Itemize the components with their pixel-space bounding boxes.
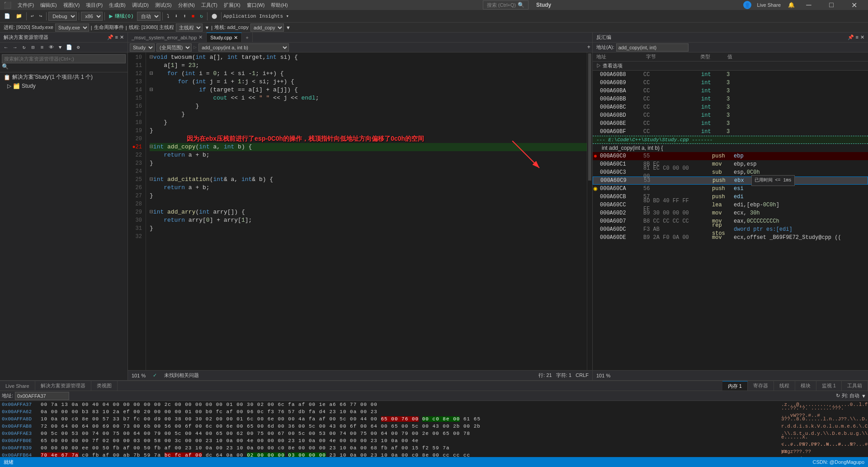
sol-forward-btn[interactable]: → (11, 43, 19, 52)
tab-msvc[interactable]: _msvc_system_error_abi.hpp ✕ (128, 33, 207, 42)
menu-extensions[interactable]: 扩展(X) (221, 1, 243, 10)
memory-col-dropdown[interactable]: ▼ (861, 393, 866, 399)
sol-properties-btn[interactable]: ≡ (38, 43, 46, 52)
new-file-btn[interactable]: 📄 (2, 11, 13, 21)
add-tab-btn[interactable]: + (242, 33, 252, 42)
appinsights-label: Application Insights ▾ (223, 13, 289, 19)
close-button[interactable]: ✕ (844, 0, 864, 10)
code-line-19: } (150, 127, 592, 135)
menu-edit[interactable]: 编辑(E) (38, 1, 60, 10)
options-label: 查看选项 (603, 63, 623, 68)
add-scope-btn[interactable]: + (587, 44, 590, 51)
editor-scrollbar[interactable] (587, 52, 592, 370)
menu-analyze[interactable]: 分析(N) (175, 1, 198, 10)
menu-test[interactable]: 测试(S) (152, 1, 175, 10)
solution-search-btn[interactable]: 🔍 (2, 64, 9, 70)
title-bar-left: ⬛ 文件(F) 编辑(E) 视图(V) 项目(P) 生成(B) 调试(D) 测试… (4, 1, 291, 10)
step-into-btn[interactable]: ⬇ (173, 11, 180, 21)
pin-icon[interactable]: 📌 (107, 34, 113, 40)
mem-row-4: 0x00AFFAE3 00 5c 00 53 00 74 00 75 00 64… (0, 430, 868, 437)
maximize-button[interactable]: □ (821, 0, 842, 10)
disasm-close-icon[interactable]: ✕ (860, 34, 864, 40)
disasm-watch-rows: 000A60B8 CC int 3 000A60B9 CC int 3 000A… (593, 71, 868, 136)
bottom-tab-liveShare[interactable]: Live Share (0, 381, 35, 391)
sol-settings-btn[interactable]: ⚙ (74, 43, 82, 52)
sol-refresh-btn[interactable]: ↻ (20, 43, 28, 52)
stack-select[interactable]: add_copy (250, 24, 284, 32)
bottom-tab-modules[interactable]: 模块 (795, 381, 816, 391)
bottom-tab-toolbox[interactable]: 工具箱 (842, 381, 868, 391)
tab-msvc-close[interactable]: ✕ (198, 34, 203, 40)
watch-row-6: 000A60BE CC int 3 (593, 119, 868, 128)
sol-preview-btn[interactable]: 👁 (47, 43, 55, 52)
open-file-btn[interactable]: 📁 (14, 11, 24, 21)
sol-filter-btn[interactable]: ▼ (56, 43, 64, 52)
toolbar-sep-3 (79, 12, 79, 20)
debug-mode-select[interactable]: Debug (48, 12, 77, 21)
search-icon: 🔍 (518, 2, 524, 8)
sol-allfiles-btn[interactable]: 📄 (65, 43, 73, 52)
bp-3 (593, 95, 598, 103)
platform-select[interactable]: x86 (81, 12, 103, 21)
bottom-tab-watch1[interactable]: 监视 1 (816, 381, 842, 391)
code-line-32 (150, 233, 592, 241)
menu-project[interactable]: 项目(P) (83, 1, 105, 10)
menu-view[interactable]: 视图(V) (61, 1, 83, 10)
panel-close-icon[interactable]: ✕ (120, 34, 124, 40)
tab-study-cpp[interactable]: Study.cpp ✕ (207, 33, 242, 42)
view-select[interactable]: (全局范围) (156, 43, 192, 52)
stop-btn[interactable]: ■ (189, 11, 197, 21)
step-over-btn[interactable]: ⤵ (165, 11, 172, 21)
mem-addr-1: 0x00AFFA62 (0, 408, 41, 415)
annotation-text: 因为在ebx压栈前进行了esp-0C0h的操作，栈顶指针向低地址方向偏移了0c0… (187, 135, 424, 142)
notification-icon[interactable]: 🔔 (786, 2, 797, 8)
solution-root-item[interactable]: 📋 解决方案'Study'(1 个项目/共 1 个) (0, 72, 127, 82)
live-share-btn[interactable]: Live Share (753, 2, 784, 8)
undo-btn[interactable]: ↩ (28, 11, 36, 21)
menu-build[interactable]: 生成(B) (106, 1, 128, 10)
auto-select[interactable]: 自动 (137, 12, 160, 21)
bottom-tab-solution[interactable]: 解决方案资源管理器 (35, 381, 91, 391)
tab-study-close[interactable]: ✕ (234, 35, 238, 41)
menu-window[interactable]: 窗口(W) (244, 1, 268, 10)
bp-red-dot: ● (593, 152, 598, 160)
continue-btn[interactable]: ▶ 继续(O) (107, 11, 136, 21)
breakpoint-btn[interactable]: ⬤ (209, 11, 219, 21)
bottom-tab-registers[interactable]: 寄存器 (748, 381, 774, 391)
code-lines: ⊟void twosum(int a[], int target,int si)… (146, 52, 592, 370)
disasm-pin-icon[interactable]: 📌 (848, 34, 854, 40)
memory-refresh-btn[interactable]: ↻ (836, 393, 840, 399)
scope-select[interactable]: Study (130, 43, 155, 52)
code-line-28 (150, 200, 592, 208)
sol-collapse-btn[interactable]: ⊟ (29, 43, 37, 52)
function-select[interactable]: add_copy(int a, int b) (198, 43, 289, 52)
memory-addr-input[interactable] (15, 392, 69, 400)
panel-menu-icon[interactable]: ≡ (115, 34, 118, 40)
expand-options-icon[interactable]: ▷ (596, 63, 601, 68)
val-3: 3 (725, 95, 730, 103)
disasm-menu-icon[interactable]: ≡ (856, 34, 859, 40)
sol-back-btn[interactable]: ← (2, 43, 10, 52)
bp-none-2 (593, 168, 598, 176)
process-select[interactable]: Study.exe (55, 24, 89, 32)
thread-select[interactable]: 主线程 (176, 24, 203, 32)
restart-btn[interactable]: ↻ (198, 11, 205, 21)
bottom-tab-classview[interactable]: 类视图 (91, 381, 118, 391)
menu-tools[interactable]: 工具(T) (198, 1, 220, 10)
menu-help[interactable]: 帮助(H) (268, 1, 290, 10)
bottom-tab-line[interactable]: 线程 (774, 381, 795, 391)
redo-btn[interactable]: ↪ (37, 11, 45, 21)
bytes-6: CC (643, 119, 698, 128)
step-out-btn[interactable]: ⬆ (181, 11, 189, 21)
menu-file[interactable]: 文件(F) (15, 1, 37, 10)
mem-addr-5: 0x00AFFB0E (0, 437, 41, 444)
search-input-titlebar[interactable]: 搜索 (Ctrl+Q) (487, 2, 516, 9)
project-item[interactable]: ▷ 🗂️ Study (0, 82, 127, 90)
minimize-button[interactable]: ─ (798, 0, 819, 10)
editor-area: _msvc_system_error_abi.hpp ✕ Study.cpp ✕… (128, 33, 592, 380)
disasm-addr-input[interactable] (616, 43, 689, 52)
bottom-tab-memory1[interactable]: 内存 1 (722, 381, 748, 391)
val-1: 3 (725, 79, 730, 87)
menu-debug[interactable]: 调试(D) (129, 1, 151, 10)
solution-search-input[interactable] (2, 54, 126, 63)
